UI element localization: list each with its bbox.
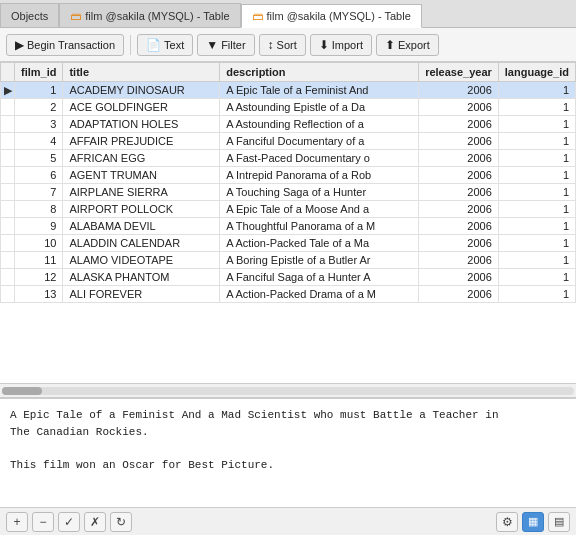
cell-title[interactable]: ALI FOREVER: [63, 286, 220, 303]
cell-film-id[interactable]: 2: [15, 99, 63, 116]
table-wrapper[interactable]: film_id title description release_year l…: [0, 62, 576, 383]
cell-release-year[interactable]: 2006: [419, 133, 499, 150]
cell-title[interactable]: AFFAIR PREJUDICE: [63, 133, 220, 150]
table-row[interactable]: 12ALASKA PHANTOMA Fanciful Saga of a Hun…: [1, 269, 576, 286]
cell-film-id[interactable]: 12: [15, 269, 63, 286]
form-view-button[interactable]: ▤: [548, 512, 570, 532]
apply-button[interactable]: ✓: [58, 512, 80, 532]
refresh-button[interactable]: ↻: [110, 512, 132, 532]
cell-title[interactable]: ALAMO VIDEOTAPE: [63, 252, 220, 269]
cell-description[interactable]: A Astounding Epistle of a Da: [220, 99, 419, 116]
cell-language-id[interactable]: 1: [498, 167, 575, 184]
cell-title[interactable]: ADAPTATION HOLES: [63, 116, 220, 133]
tab-film-table-2[interactable]: 🗃 film @sakila (MYSQL) - Table: [241, 4, 422, 28]
table-row[interactable]: 8AIRPORT POLLOCKA Epic Tale of a Moose A…: [1, 201, 576, 218]
table-row[interactable]: 2ACE GOLDFINGERA Astounding Epistle of a…: [1, 99, 576, 116]
table-row[interactable]: 3ADAPTATION HOLESA Astounding Reflection…: [1, 116, 576, 133]
cell-description[interactable]: A Boring Epistle of a Butler Ar: [220, 252, 419, 269]
cancel-button[interactable]: ✗: [84, 512, 106, 532]
col-header-film-id[interactable]: film_id: [15, 63, 63, 82]
cell-language-id[interactable]: 1: [498, 269, 575, 286]
cell-release-year[interactable]: 2006: [419, 218, 499, 235]
table-row[interactable]: 11ALAMO VIDEOTAPEA Boring Epistle of a B…: [1, 252, 576, 269]
cell-language-id[interactable]: 1: [498, 286, 575, 303]
horizontal-scrollbar[interactable]: [0, 383, 576, 397]
cell-title[interactable]: ALASKA PHANTOM: [63, 269, 220, 286]
cell-language-id[interactable]: 1: [498, 201, 575, 218]
cell-description[interactable]: A Touching Saga of a Hunter: [220, 184, 419, 201]
table-row[interactable]: ▶1ACADEMY DINOSAURA Epic Tale of a Femin…: [1, 82, 576, 99]
cell-title[interactable]: AGENT TRUMAN: [63, 167, 220, 184]
scroll-thumb[interactable]: [2, 387, 42, 395]
cell-language-id[interactable]: 1: [498, 150, 575, 167]
begin-transaction-button[interactable]: ▶ Begin Transaction: [6, 34, 124, 56]
table-row[interactable]: 7AIRPLANE SIERRAA Touching Saga of a Hun…: [1, 184, 576, 201]
text-button[interactable]: 📄 Text: [137, 34, 193, 56]
cell-release-year[interactable]: 2006: [419, 286, 499, 303]
table-row[interactable]: 10ALADDIN CALENDARA Action-Packed Tale o…: [1, 235, 576, 252]
cell-title[interactable]: ALADDIN CALENDAR: [63, 235, 220, 252]
col-header-description[interactable]: description: [220, 63, 419, 82]
cell-language-id[interactable]: 1: [498, 133, 575, 150]
cell-description[interactable]: A Thoughtful Panorama of a M: [220, 218, 419, 235]
cell-release-year[interactable]: 2006: [419, 167, 499, 184]
cell-film-id[interactable]: 1: [15, 82, 63, 99]
cell-release-year[interactable]: 2006: [419, 184, 499, 201]
table-row[interactable]: 4AFFAIR PREJUDICEA Fanciful Documentary …: [1, 133, 576, 150]
table-row[interactable]: 5AFRICAN EGGA Fast-Paced Documentary o20…: [1, 150, 576, 167]
remove-row-button[interactable]: −: [32, 512, 54, 532]
cell-film-id[interactable]: 11: [15, 252, 63, 269]
cell-description[interactable]: A Fanciful Documentary of a: [220, 133, 419, 150]
cell-title[interactable]: ACADEMY DINOSAUR: [63, 82, 220, 99]
cell-release-year[interactable]: 2006: [419, 116, 499, 133]
col-header-title[interactable]: title: [63, 63, 220, 82]
add-row-button[interactable]: +: [6, 512, 28, 532]
cell-film-id[interactable]: 5: [15, 150, 63, 167]
settings-button[interactable]: ⚙: [496, 512, 518, 532]
cell-language-id[interactable]: 1: [498, 99, 575, 116]
cell-release-year[interactable]: 2006: [419, 82, 499, 99]
sort-button[interactable]: ↕ Sort: [259, 34, 306, 56]
cell-title[interactable]: ALABAMA DEVIL: [63, 218, 220, 235]
cell-language-id[interactable]: 1: [498, 235, 575, 252]
cell-description[interactable]: A Epic Tale of a Moose And a: [220, 201, 419, 218]
cell-language-id[interactable]: 1: [498, 218, 575, 235]
cell-release-year[interactable]: 2006: [419, 252, 499, 269]
cell-description[interactable]: A Epic Tale of a Feminist And: [220, 82, 419, 99]
cell-description[interactable]: A Action-Packed Tale of a Ma: [220, 235, 419, 252]
table-row[interactable]: 9ALABAMA DEVILA Thoughtful Panorama of a…: [1, 218, 576, 235]
cell-release-year[interactable]: 2006: [419, 150, 499, 167]
cell-release-year[interactable]: 2006: [419, 235, 499, 252]
col-header-release-year[interactable]: release_year: [419, 63, 499, 82]
import-button[interactable]: ⬇ Import: [310, 34, 372, 56]
cell-language-id[interactable]: 1: [498, 184, 575, 201]
cell-film-id[interactable]: 8: [15, 201, 63, 218]
col-header-language-id[interactable]: language_id: [498, 63, 575, 82]
tab-film-table-1[interactable]: 🗃 film @sakila (MYSQL) - Table: [59, 3, 240, 27]
cell-film-id[interactable]: 13: [15, 286, 63, 303]
grid-view-button[interactable]: ▦: [522, 512, 544, 532]
cell-description[interactable]: A Astounding Reflection of a: [220, 116, 419, 133]
cell-release-year[interactable]: 2006: [419, 99, 499, 116]
cell-film-id[interactable]: 6: [15, 167, 63, 184]
cell-language-id[interactable]: 1: [498, 82, 575, 99]
cell-release-year[interactable]: 2006: [419, 269, 499, 286]
cell-release-year[interactable]: 2006: [419, 201, 499, 218]
export-button[interactable]: ⬆ Export: [376, 34, 439, 56]
cell-film-id[interactable]: 3: [15, 116, 63, 133]
table-row[interactable]: 6AGENT TRUMANA Intrepid Panorama of a Ro…: [1, 167, 576, 184]
cell-title[interactable]: AIRPORT POLLOCK: [63, 201, 220, 218]
cell-description[interactable]: A Action-Packed Drama of a M: [220, 286, 419, 303]
cell-film-id[interactable]: 9: [15, 218, 63, 235]
cell-description[interactable]: A Intrepid Panorama of a Rob: [220, 167, 419, 184]
cell-language-id[interactable]: 1: [498, 116, 575, 133]
cell-description[interactable]: A Fast-Paced Documentary o: [220, 150, 419, 167]
cell-language-id[interactable]: 1: [498, 252, 575, 269]
cell-title[interactable]: ACE GOLDFINGER: [63, 99, 220, 116]
cell-film-id[interactable]: 10: [15, 235, 63, 252]
cell-title[interactable]: AIRPLANE SIERRA: [63, 184, 220, 201]
table-row[interactable]: 13ALI FOREVERA Action-Packed Drama of a …: [1, 286, 576, 303]
cell-film-id[interactable]: 7: [15, 184, 63, 201]
tab-objects[interactable]: Objects: [0, 3, 59, 27]
cell-title[interactable]: AFRICAN EGG: [63, 150, 220, 167]
